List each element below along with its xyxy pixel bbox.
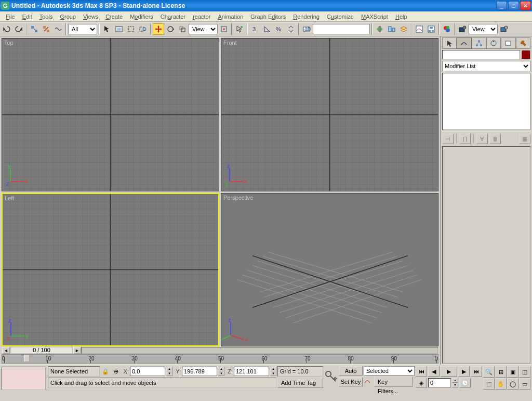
key-mode-toggle-button[interactable]: ◈ (416, 378, 427, 388)
viewport-front[interactable]: Front xzy (221, 38, 438, 191)
window-crossing-button[interactable] (137, 23, 149, 35)
set-key-button[interactable]: Set Key (339, 377, 363, 386)
menu-customize[interactable]: Customize (323, 12, 357, 21)
menu-edit[interactable]: Edit (19, 12, 36, 21)
menu-tools[interactable]: Tools (36, 12, 57, 21)
quick-render-button[interactable] (498, 23, 510, 35)
viewport-perspective[interactable]: Perspective xzy (221, 193, 438, 346)
time-slider-handle[interactable] (24, 355, 30, 362)
scroll-right-button[interactable]: ► (73, 347, 81, 354)
snap-toggle-button[interactable]: 3 (249, 23, 261, 35)
add-time-tag-button[interactable]: Add Time Tag (277, 378, 323, 388)
select-and-scale-button[interactable] (177, 23, 188, 35)
menu-group[interactable]: Group (56, 12, 79, 21)
auto-key-button[interactable]: Auto Key (339, 366, 363, 376)
mirror-button[interactable] (374, 23, 385, 35)
menu-file[interactable]: File (2, 12, 19, 21)
bind-spacewarp-button[interactable] (52, 23, 64, 35)
menu-views[interactable]: Views (79, 12, 102, 21)
selection-lock-button[interactable]: 🔒 (101, 367, 110, 376)
prev-frame-button[interactable]: ◀ (428, 366, 440, 377)
key-filters-button[interactable]: Key Filters... (374, 377, 413, 387)
spinner-snap-button[interactable] (285, 23, 297, 35)
object-name-input[interactable] (442, 50, 520, 59)
zoom-button[interactable]: 🔍 (483, 366, 495, 378)
menu-help[interactable]: Help (392, 12, 411, 21)
menu-create[interactable]: Create (102, 12, 126, 21)
render-scene-button[interactable] (457, 23, 468, 35)
minimize-button[interactable]: _ (496, 1, 507, 10)
next-frame-button[interactable]: ▶ (458, 366, 470, 377)
time-ruler[interactable]: 0102030405060708090100 (2, 354, 438, 364)
percent-snap-button[interactable]: % (273, 23, 285, 35)
align-button[interactable] (386, 23, 397, 35)
use-pivot-center-button[interactable] (218, 23, 230, 35)
named-selection-edit-button[interactable]: ab (301, 23, 312, 35)
link-button[interactable] (29, 23, 40, 35)
object-color-swatch[interactable] (521, 50, 530, 59)
time-config-button[interactable]: 🕓 (459, 378, 471, 388)
modifier-list-dropdown[interactable]: Modifier List (442, 61, 530, 71)
curve-editor-button[interactable] (414, 23, 425, 35)
select-and-move-button[interactable] (153, 23, 164, 35)
select-manipulate-button[interactable] (234, 23, 245, 35)
min-max-toggle-button[interactable]: ▭ (519, 378, 530, 390)
menu-character[interactable]: Character (157, 12, 189, 21)
remove-modifier-button[interactable]: 🗑 (489, 134, 501, 144)
key-mode-dropdown[interactable]: Selected (364, 366, 415, 376)
menu-rendering[interactable]: Rendering (289, 12, 323, 21)
display-tab[interactable] (501, 37, 515, 49)
make-unique-button[interactable]: ∀ (476, 134, 488, 144)
scroll-left-button[interactable]: ◄ (2, 347, 10, 354)
y-coord-input[interactable] (182, 367, 217, 376)
menu-modifiers[interactable]: Modifiers (126, 12, 157, 21)
undo-button[interactable] (1, 23, 12, 35)
hierarchy-tab[interactable] (472, 37, 486, 49)
zoom-extents-button[interactable]: ▣ (507, 366, 518, 378)
close-button[interactable]: × (520, 1, 531, 10)
menu-graph-editors[interactable]: Graph Editors (247, 12, 289, 21)
layer-manager-button[interactable] (398, 23, 409, 35)
arc-rotate-button[interactable]: ◯ (507, 378, 518, 390)
utilities-tab[interactable] (516, 37, 530, 49)
select-by-name-button[interactable] (113, 23, 125, 35)
x-coord-input[interactable] (130, 367, 165, 376)
schematic-view-button[interactable] (425, 23, 437, 35)
zoom-extents-all-button[interactable]: ◫ (519, 366, 530, 378)
configure-sets-button[interactable]: ▦ (519, 134, 530, 144)
named-selection-set-input[interactable] (313, 24, 370, 34)
y-spin-up[interactable]: ▲ (218, 367, 224, 371)
ref-coord-dropdown[interactable]: View (189, 24, 218, 34)
maximize-button[interactable]: □ (508, 1, 519, 10)
play-button[interactable]: ▶ (441, 366, 457, 377)
select-region-rect-button[interactable] (125, 23, 137, 35)
menu-animation[interactable]: Animation (214, 12, 247, 21)
motion-tab[interactable] (486, 37, 501, 49)
track-bar[interactable] (2, 367, 46, 390)
zoom-region-button[interactable]: ⬚ (483, 378, 495, 390)
z-spin-down[interactable]: ▼ (270, 371, 276, 376)
goto-start-button[interactable]: ⏮ (416, 366, 427, 377)
key-tangent-button[interactable] (364, 377, 373, 386)
menu-reactor[interactable]: reactor (189, 12, 214, 21)
z-coord-input[interactable] (234, 367, 269, 376)
pin-stack-button[interactable]: ⊣ (442, 134, 454, 144)
selection-filter-dropdown[interactable]: All (68, 24, 97, 34)
menu-maxscript[interactable]: MAXScript (357, 12, 392, 21)
current-frame-input[interactable] (428, 378, 451, 387)
z-spin-up[interactable]: ▲ (270, 367, 276, 371)
create-tab[interactable] (442, 37, 457, 49)
unlink-button[interactable] (41, 23, 52, 35)
select-and-rotate-button[interactable] (165, 23, 176, 35)
modifier-stack[interactable] (442, 73, 530, 130)
x-spin-up[interactable]: ▲ (166, 367, 172, 371)
modify-tab[interactable] (457, 37, 471, 49)
frame-spin-up[interactable]: ▲ (452, 378, 458, 383)
goto-end-button[interactable]: ⏭ (471, 366, 482, 377)
time-scrollbar[interactable] (81, 347, 438, 354)
pan-button[interactable]: ✋ (495, 378, 507, 390)
zoom-all-button[interactable]: ⊞ (495, 366, 507, 378)
frame-spin-down[interactable]: ▼ (452, 383, 458, 387)
angle-snap-button[interactable] (261, 23, 273, 35)
select-object-button[interactable] (101, 23, 113, 35)
